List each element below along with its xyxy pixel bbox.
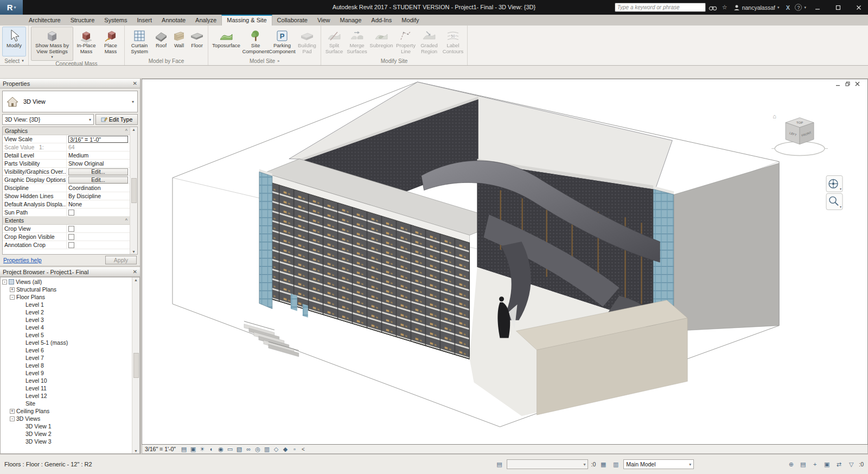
scroll-down-icon[interactable]: ▼ [132,250,136,254]
collapse-section-icon[interactable]: ^ [125,218,127,223]
modify-button[interactable]: Modify [2,27,26,56]
worksets-icon[interactable]: ▤ [494,461,504,468]
curtain-system-button[interactable]: Curtain System [127,27,152,56]
building-model[interactable] [244,82,779,416]
scroll-down-icon[interactable]: ▼ [134,449,138,453]
tree-item[interactable]: + Structural Plans [1,286,132,293]
graded-region-button[interactable]: Graded Region [418,27,441,56]
tree-expander-icon[interactable] [19,325,24,330]
drag-on-selection-icon[interactable]: ⇄ [834,461,844,468]
tree-item[interactable]: Level 5 [1,331,132,339]
ribbon-tab[interactable]: Add-Ins [366,15,397,26]
model-canvas[interactable]: TOP LEFT FRONT ⌂ ▾ [142,79,868,445]
graphic-display-options-edit-button[interactable]: Edit... [68,176,128,184]
type-selector[interactable]: 3D View ▾ [2,91,138,112]
ribbon-tab[interactable]: Collaborate [272,15,312,26]
detail-level-icon[interactable]: ▤ [180,446,188,453]
discipline-value[interactable]: Coordination [67,184,130,192]
tree-expander-icon[interactable]: - [2,280,7,285]
navigation-bar[interactable]: ▾ ▾ [826,175,843,210]
scroll-up-icon[interactable]: ▲ [134,278,138,282]
tree-item[interactable]: - Views (all) [1,278,132,286]
tree-item[interactable]: - 3D Views [1,415,132,422]
viewcube[interactable]: TOP LEFT FRONT ⌂ [771,113,828,156]
tree-expander-icon[interactable] [19,356,24,361]
properties-scrollbar[interactable]: ▲ ▼ [130,127,137,254]
roof-button[interactable]: Roof [152,27,170,56]
extents-section-header[interactable]: Extents ^ [3,217,130,225]
property-line-button[interactable]: Property Line [394,27,417,56]
site-component-button[interactable]: Site Component [242,27,269,56]
ribbon-tab[interactable]: Massing & Site [221,15,272,26]
tree-expander-icon[interactable] [19,302,24,307]
tree-expander-icon[interactable] [19,363,24,368]
tree-item[interactable]: 3D View 1 [1,422,132,430]
tree-item[interactable]: Site [1,400,132,407]
help-icon[interactable]: ? [795,4,802,11]
shadows-icon[interactable]: ◐ [207,446,216,453]
close-icon[interactable]: ✕ [133,269,137,275]
search-binoculars-icon[interactable] [708,0,718,15]
select-underlay-icon[interactable]: ▤ [798,461,808,468]
ribbon-tab[interactable]: Structure [66,15,100,26]
viewcube-home-icon[interactable]: ⌂ [773,113,776,119]
displacement-icon[interactable]: ◆ [281,446,290,453]
merge-surfaces-button[interactable]: Merge Surfaces [346,27,368,56]
parts-visibility-value[interactable]: Show Original [67,160,130,167]
ribbon-tab[interactable]: Manage [335,15,367,26]
tree-expander-icon[interactable] [19,424,24,429]
select-pinned-icon[interactable]: + [810,461,820,468]
crop-region-visible-checkbox[interactable] [68,234,74,240]
view-scale-input[interactable]: 3/16" = 1'-0" [68,136,128,143]
design-options-icon[interactable]: ▦ [598,461,608,468]
dialog-launcher-icon[interactable]: » [277,59,279,63]
minimize-button[interactable] [808,0,827,15]
modify-site-panel-caption[interactable]: Modify Site [321,56,467,65]
wall-button[interactable]: Wall [170,27,188,56]
apply-button[interactable]: Apply [105,256,137,264]
exclude-options-icon[interactable]: ▥ [611,461,621,468]
analytical-model-icon[interactable]: ◇ [272,446,280,453]
visibility-graphics-edit-button[interactable]: Edit... [68,168,128,175]
view-properties-icon[interactable]: ▥ [263,446,271,453]
close-button[interactable] [850,0,868,15]
application-button[interactable]: R ▾ [0,0,23,15]
detail-level-value[interactable]: Medium [67,151,130,159]
tree-item[interactable]: - Floor Plans [1,293,132,301]
properties-header[interactable]: Properties ✕ [0,79,140,89]
tree-item[interactable]: Level 9 [1,369,132,377]
view-restore-icon[interactable] [845,81,850,86]
in-place-mass-button[interactable]: In-Place Mass [74,27,99,61]
design-option-combo[interactable]: Main Model ▾ [623,459,694,469]
toposurface-button[interactable]: Toposurface [210,27,242,56]
graphics-section-header[interactable]: Graphics ^ [3,127,130,135]
crop-view-checkbox[interactable] [68,226,74,232]
split-surface-button[interactable]: Split Surface [323,27,345,56]
edit-type-button[interactable]: Edit Type [95,114,138,125]
tree-item[interactable]: Level 8 [1,362,132,369]
render-icon[interactable]: ◉ [216,446,225,453]
collapse-section-icon[interactable]: ^ [125,128,127,134]
view-instance-combo[interactable]: 3D View: {3D} ▾ [2,114,94,125]
tree-item[interactable]: Level 2 [1,308,132,316]
tree-expander-icon[interactable] [19,310,24,315]
default-analysis-value[interactable]: None [67,200,130,208]
viewcube-top-face[interactable]: TOP [796,121,803,124]
tree-item[interactable]: Level 11 [1,384,132,392]
ribbon-tab[interactable]: Insert [132,15,157,26]
tree-item[interactable]: Level 4 [1,324,132,331]
reveal-hidden-icon[interactable]: ◎ [253,446,262,453]
ribbon-tab[interactable]: View [312,15,335,26]
tree-item[interactable]: Level 10 [1,377,132,384]
tree-expander-icon[interactable] [19,340,24,345]
scrollbar-thumb[interactable] [131,178,137,203]
tree-expander-icon[interactable] [19,432,24,437]
active-workset-combo[interactable]: ▾ [507,459,588,469]
sun-path-icon[interactable]: ☀ [198,446,207,453]
tree-item[interactable]: Level 3 [1,316,132,324]
constraints-icon[interactable]: ▫ [290,446,299,453]
subregion-button[interactable]: Subregion [369,27,394,56]
close-icon[interactable]: ✕ [133,80,137,86]
view-close-icon[interactable] [855,81,860,86]
crop-view-icon[interactable]: ▭ [226,446,234,453]
